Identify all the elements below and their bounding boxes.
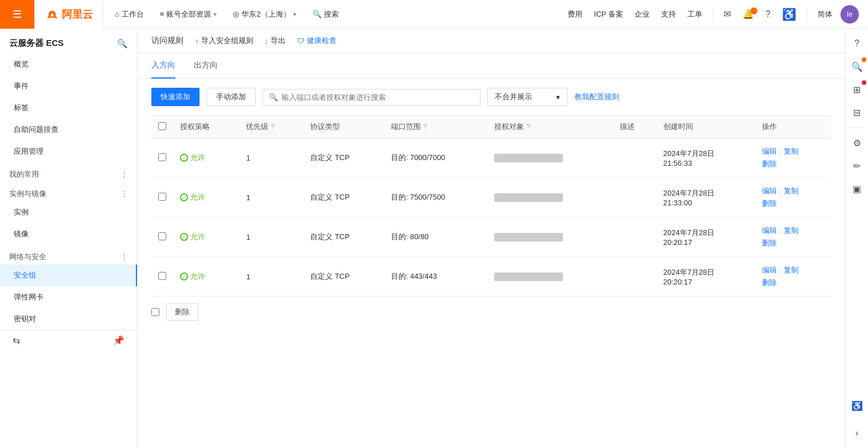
- sidebar-pin-icon[interactable]: 📌: [110, 335, 128, 346]
- create-time-line2-0: 21:56:33: [663, 159, 749, 167]
- section-more-instance-icon[interactable]: ⋮: [121, 190, 128, 198]
- sidebar-item-instance[interactable]: 实例: [0, 201, 137, 223]
- toolbar-export[interactable]: ↓ 导出: [265, 36, 286, 46]
- edit-link-0[interactable]: 编辑: [762, 146, 777, 157]
- config-rules-link[interactable]: 教我配置规则: [574, 92, 619, 102]
- section-more-icon[interactable]: ⋮: [121, 170, 128, 178]
- sidebar-item-events[interactable]: 事件: [0, 75, 137, 97]
- toolbar-import[interactable]: ↑ 导入安全组规则: [195, 36, 253, 46]
- search-input[interactable]: [281, 93, 474, 102]
- delete-link-0[interactable]: 删除: [762, 159, 777, 169]
- user-avatar[interactable]: Ie: [840, 5, 859, 24]
- display-select[interactable]: 不合并展示 ▾: [487, 88, 568, 106]
- action-divider-1-3: |: [779, 266, 781, 275]
- tab-inbound[interactable]: 入方向: [151, 53, 175, 79]
- sidebar-item-security-group[interactable]: 安全组: [0, 264, 137, 286]
- table-row: 允许 1 自定义 TCP 目的: 443/443 2024年7月28日 20:2…: [151, 257, 831, 297]
- copy-link-2[interactable]: 复制: [784, 225, 799, 236]
- nav-support[interactable]: 支持: [658, 9, 679, 20]
- section-more-network-icon[interactable]: ⋮: [121, 253, 128, 261]
- th-priority-label: 优先级: [246, 122, 268, 132]
- right-panel: ? 🔍 ⊞ ⊟ ⚙ ✏ ▣ ♿ ›: [845, 29, 868, 448]
- nav-workorder[interactable]: 工单: [684, 9, 706, 20]
- nav-region[interactable]: ◎ 华东2（上海） ▾: [226, 0, 303, 28]
- tab-outbound[interactable]: 出方向: [194, 53, 218, 79]
- sidebar-item-tags[interactable]: 标签: [0, 97, 137, 119]
- delete-link-2[interactable]: 删除: [762, 238, 777, 248]
- sidebar-collapse-left-icon[interactable]: ⇆: [9, 335, 24, 346]
- copy-link-3[interactable]: 复制: [784, 265, 799, 275]
- rp-help-button[interactable]: ?: [847, 33, 867, 54]
- nav-help-icon[interactable]: ?: [762, 9, 774, 20]
- nav-notification-icon[interactable]: 🔔: [739, 9, 757, 20]
- rp-layout-button[interactable]: ⊞: [847, 79, 867, 100]
- sidebar-item-key-pair[interactable]: 密钥对: [0, 308, 137, 330]
- edit-link-2[interactable]: 编辑: [762, 225, 777, 236]
- delete-button[interactable]: 删除: [166, 303, 198, 321]
- th-auth-label: 授权对象: [494, 122, 524, 132]
- nav-enterprise[interactable]: 企业: [631, 9, 653, 20]
- rp-layout-icon: ⊞: [853, 84, 861, 95]
- location-icon: ◎: [233, 10, 239, 18]
- nav-search[interactable]: 🔍 搜索: [306, 0, 346, 28]
- rp-monitor-button[interactable]: ⊟: [847, 102, 867, 123]
- nav-account[interactable]: ≡ 账号全部资源 ▾: [153, 0, 224, 28]
- nav-message-icon[interactable]: ✉: [720, 9, 734, 20]
- quick-add-button[interactable]: 快速添加: [151, 88, 200, 106]
- logo: 阿里云: [34, 0, 103, 29]
- manual-add-button[interactable]: 手动添加: [206, 88, 256, 106]
- cell-priority-2: 1: [239, 217, 303, 257]
- sidebar-item-label: 事件: [14, 81, 29, 91]
- select-all-checkbox[interactable]: [158, 122, 166, 130]
- nav-lang[interactable]: 简体: [814, 9, 836, 20]
- port-help-icon[interactable]: ?: [423, 123, 427, 131]
- rp-expand-icon: ›: [855, 428, 858, 438]
- sidebar-section-instance-image: 实例与镜像 ⋮: [0, 182, 137, 201]
- edit-link-3[interactable]: 编辑: [762, 265, 777, 275]
- nav-icp[interactable]: ICP 备案: [591, 9, 627, 20]
- sidebar-item-overview[interactable]: 概览: [0, 53, 137, 75]
- th-priority: 优先级 ?: [239, 116, 303, 138]
- search-icon: 🔍: [269, 93, 278, 102]
- account-icon: ≡: [160, 10, 165, 18]
- sidebar-item-app-manage[interactable]: 应用管理: [0, 141, 137, 162]
- row-checkbox-1[interactable]: [158, 193, 166, 201]
- rp-accessibility-button[interactable]: ♿: [847, 395, 867, 416]
- table-row: 允许 1 自定义 TCP 目的: 7000/7000 2024年7月28日 21…: [151, 138, 831, 178]
- auth-help-icon[interactable]: ?: [526, 123, 530, 131]
- delete-link-3[interactable]: 删除: [762, 278, 777, 288]
- hamburger-button[interactable]: ☰: [0, 0, 34, 29]
- row-checkbox-0[interactable]: [158, 153, 166, 161]
- sidebar-item-image[interactable]: 镜像: [0, 223, 137, 245]
- toolbar-access-rules: 访问规则: [151, 36, 183, 46]
- action-divider-1-2: |: [779, 227, 781, 235]
- priority-help-icon[interactable]: ?: [271, 123, 275, 131]
- rp-terminal-button[interactable]: ▣: [847, 178, 867, 199]
- delete-link-1[interactable]: 删除: [762, 198, 777, 209]
- copy-link-1[interactable]: 复制: [784, 186, 799, 196]
- copy-link-0[interactable]: 复制: [784, 146, 799, 157]
- nav-cost[interactable]: 费用: [564, 9, 586, 20]
- sidebar-search-icon[interactable]: 🔍: [117, 38, 128, 49]
- cell-checkbox-0: [151, 138, 173, 178]
- cell-policy-1: 允许: [173, 178, 239, 217]
- row-checkbox-2[interactable]: [158, 232, 166, 240]
- policy-icon-1: [180, 193, 188, 201]
- cell-policy-3: 允许: [173, 257, 239, 297]
- nav-workbench[interactable]: ⌂ 工作台: [108, 0, 151, 28]
- cell-port-range-2: 目的: 80/80: [384, 217, 487, 257]
- edit-link-1[interactable]: 编辑: [762, 186, 777, 196]
- toolbar-health-check[interactable]: 🛡 健康检查: [297, 36, 337, 46]
- create-time-line1-1: 2024年7月28日: [663, 188, 749, 198]
- sidebar-item-elastic-nic[interactable]: 弹性网卡: [0, 286, 137, 308]
- rp-expand-button[interactable]: ›: [847, 423, 867, 443]
- footer-select-checkbox[interactable]: [151, 308, 159, 316]
- sidebar-item-troubleshoot[interactable]: 自助问题排查: [0, 119, 137, 141]
- cell-priority-1: 1: [239, 178, 303, 217]
- nav-accessibility-icon[interactable]: ♿: [779, 7, 800, 21]
- rp-edit-button[interactable]: ✏: [847, 155, 867, 176]
- rp-search-button[interactable]: 🔍: [847, 56, 867, 77]
- section-title-network: 网络与安全: [9, 252, 46, 262]
- row-checkbox-3[interactable]: [158, 272, 166, 280]
- rp-settings-button[interactable]: ⚙: [847, 133, 867, 153]
